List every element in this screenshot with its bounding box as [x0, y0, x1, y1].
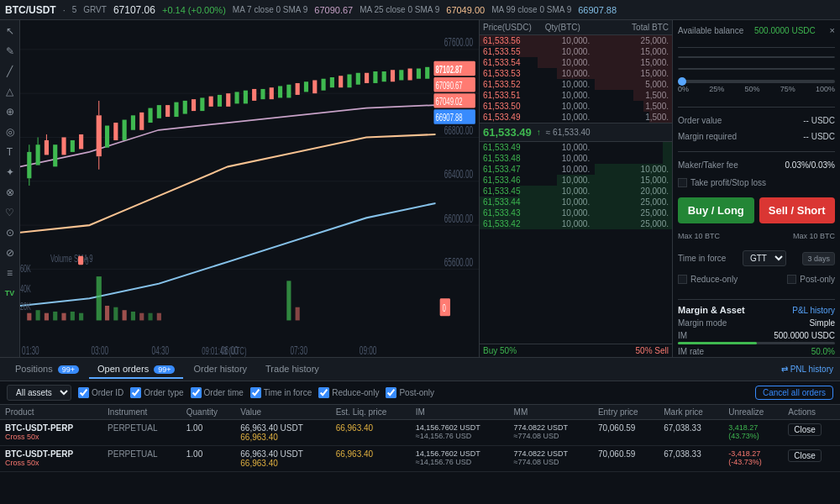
reduce-only-filter-checkbox[interactable] — [318, 387, 329, 398]
heart-icon[interactable]: ♡ — [3, 205, 18, 220]
th-value: Value — [235, 405, 330, 420]
order-time-checkbox[interactable] — [191, 387, 202, 398]
tab-positions[interactable]: Positions 99+ — [7, 360, 87, 379]
ma25-label: MA 25 close 0 SMA 9 — [360, 5, 439, 14]
order-type-checkbox[interactable] — [130, 387, 141, 398]
measure-icon[interactable]: ⊗ — [3, 185, 18, 200]
tab-trade-history[interactable]: Trade history — [257, 360, 328, 379]
close-order-button[interactable]: Close — [788, 423, 822, 436]
time-force-select[interactable]: GTT GTC IOC FOK — [743, 250, 786, 266]
time-force-checkbox-label[interactable]: Time in force — [250, 387, 312, 398]
order-type-checkbox-label[interactable]: Order type — [130, 387, 183, 398]
ask-row[interactable]: 61,533.51 10,000. 1,500. — [480, 90, 672, 101]
bid-row[interactable]: 61,533.44 10,000. 25,000. — [480, 197, 672, 207]
ob-mid-price: 61,533.49 ↑ ≈ 61,533.40 — [480, 123, 672, 142]
cancel-all-button[interactable]: Cancel all orders — [755, 386, 833, 400]
text-icon[interactable]: T — [3, 144, 18, 160]
svg-text:65600.00: 65600.00 — [444, 256, 473, 269]
ask-row[interactable]: 61,533.49 10,000. 1,500. — [480, 112, 672, 123]
im-bar-fill — [678, 342, 757, 344]
ask-row[interactable]: 61,533.52 10,000. 5,000. — [480, 79, 672, 90]
take-profit-row[interactable]: Take profit/Stop loss — [678, 178, 835, 187]
post-only-row[interactable]: Post-only — [787, 275, 835, 284]
order-id-label: Order ID — [92, 388, 123, 397]
layers-icon[interactable]: ≡ — [3, 265, 18, 281]
order-id-checkbox[interactable] — [78, 387, 89, 398]
svg-rect-76 — [61, 313, 66, 321]
btc-input-row[interactable]: BTC ∨ — [678, 68, 835, 70]
btc-input[interactable] — [679, 68, 805, 70]
interval-val: 5 — [72, 5, 77, 14]
ask-row[interactable]: 61,533.50 10,000. 1,500. — [480, 101, 672, 112]
ask-row[interactable]: 61,533.53 10,000. 15,000. — [480, 68, 672, 79]
bottom-tabs: Positions 99+ Open orders 99+ Order hist… — [0, 358, 840, 381]
td-instrument: PERPETUAL — [102, 420, 181, 446]
ask-row[interactable]: 61,533.56 10,000. 25,000. — [480, 35, 672, 46]
tradingview-icon[interactable]: TV — [3, 286, 18, 301]
order-id-checkbox-label[interactable]: Order ID — [78, 387, 123, 398]
cursor-icon[interactable]: ↖ — [3, 24, 18, 39]
pnl-history-btn[interactable]: ⇄ PNL history — [781, 365, 833, 374]
leverage-slider[interactable]: 0% 25% 50% 75% 100% — [678, 80, 835, 93]
bid-row[interactable]: 61,533.42 10,000. 25,000. — [480, 218, 672, 229]
tab-open-orders[interactable]: Open orders 99+ — [89, 360, 184, 379]
bid-row[interactable]: 61,533.48 10,000. — [480, 153, 672, 164]
svg-text:03:00: 03:00 — [91, 344, 108, 356]
slider-label-100: 100% — [816, 85, 835, 93]
close-icon[interactable]: × — [830, 25, 835, 35]
assets-filter[interactable]: All assets — [7, 385, 71, 401]
ma7-val: 67090.67 — [314, 5, 353, 15]
post-only-checkbox[interactable] — [787, 275, 796, 284]
line-icon[interactable]: ╱ — [3, 64, 18, 79]
ask-price: 61,533.50 — [483, 102, 545, 111]
svg-rect-79 — [97, 276, 102, 320]
svg-rect-88 — [296, 307, 300, 321]
top-bar: BTC/USDT · 5 GRVT 67107.06 +0.14 (+0.00%… — [0, 0, 840, 20]
bid-row[interactable]: 61,533.47 10,000. 10,000. — [480, 164, 672, 175]
tab-open-orders-label: Open orders — [97, 364, 149, 374]
td-instrument: PERPETUAL — [102, 446, 181, 472]
post-only-checkbox-label[interactable]: Post-only — [386, 387, 434, 398]
bid-row[interactable]: 61,533.45 10,000. 20,000. — [480, 186, 672, 197]
order-time-checkbox-label[interactable]: Order time — [191, 387, 244, 398]
ob-header: Price(USDC) Qty(BTC) Total BTC — [480, 20, 672, 35]
ask-row[interactable]: 61,533.55 10,000. 15,000. — [480, 46, 672, 57]
time-force-filter-label: Time in force — [264, 388, 312, 397]
svg-text:40K: 40K — [20, 283, 31, 294]
tab-order-history[interactable]: Order history — [185, 360, 255, 379]
bid-row[interactable]: 61,533.49 10,000. — [480, 142, 672, 153]
close-order-button[interactable]: Close — [788, 449, 822, 462]
triangle-icon[interactable]: △ — [3, 84, 18, 99]
slider-thumb[interactable] — [678, 77, 686, 86]
buy-long-button[interactable]: Buy / Long — [678, 197, 754, 223]
svg-rect-85 — [148, 313, 152, 321]
time-force-filter-checkbox[interactable] — [250, 387, 261, 398]
bid-row[interactable]: 61,533.46 10,000. 15,000. — [480, 175, 672, 186]
slider-label-25: 25% — [709, 85, 724, 93]
svg-rect-77 — [71, 312, 75, 320]
take-profit-checkbox[interactable] — [678, 178, 687, 187]
eye-icon[interactable]: ◎ — [3, 124, 18, 139]
usdc-input[interactable] — [679, 56, 805, 58]
sell-short-button[interactable]: Sell / Short — [759, 197, 836, 223]
btc-suffix[interactable]: BTC ∨ — [805, 68, 834, 70]
pnl-history-link[interactable]: P&L history — [792, 306, 835, 315]
im-rate-pct: 50.0% — [811, 347, 835, 356]
svg-rect-37 — [200, 97, 204, 111]
star-icon[interactable]: ✦ — [3, 165, 18, 180]
usdc-input-row[interactable]: USDC — [678, 56, 835, 58]
reduce-only-checkbox[interactable] — [678, 275, 687, 284]
zoom-icon[interactable]: ⊙ — [3, 225, 18, 240]
usdc-suffix[interactable]: USDC — [805, 56, 835, 58]
svg-rect-58 — [382, 71, 386, 81]
svg-rect-42 — [244, 91, 248, 104]
magnet-icon[interactable]: ⊘ — [3, 245, 18, 260]
ask-row[interactable]: 61,533.54 10,000. 15,000. — [480, 57, 672, 68]
draw-icon[interactable]: ✎ — [3, 44, 18, 59]
plus-circle-icon[interactable]: ⊕ — [3, 104, 18, 119]
post-only-filter-checkbox[interactable] — [386, 387, 396, 398]
reduce-only-checkbox-label[interactable]: Reduce-only — [318, 387, 379, 398]
table-header-row: Product Instrument Quantity Value Est. L… — [0, 405, 840, 420]
reduce-only-row[interactable]: Reduce-only — [678, 275, 738, 284]
bid-row[interactable]: 61,533.43 10,000. 25,000. — [480, 207, 672, 218]
